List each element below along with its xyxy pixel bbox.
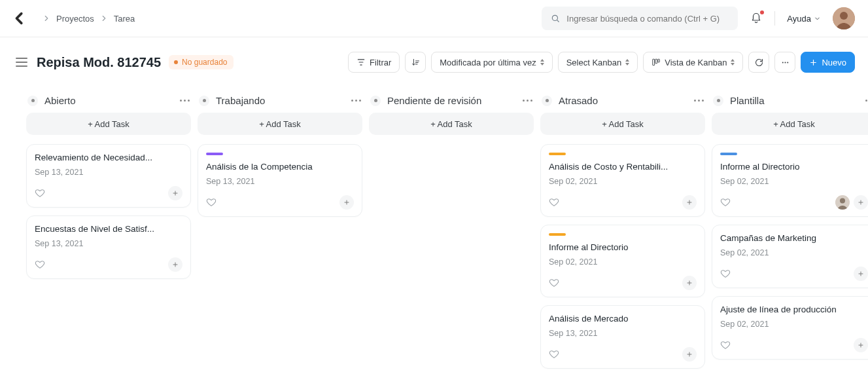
card-add-button[interactable] xyxy=(168,186,182,200)
column-menu-button[interactable] xyxy=(351,100,361,102)
column-menu-button[interactable] xyxy=(694,100,704,102)
refresh-button[interactable] xyxy=(748,52,769,73)
unsaved-indicator[interactable]: No guardado xyxy=(169,55,234,69)
task-card[interactable]: Análisis de MercadoSep 13, 2021 xyxy=(540,305,705,369)
heart-icon xyxy=(549,197,559,208)
like-button[interactable] xyxy=(549,197,559,208)
plus-icon xyxy=(686,350,693,358)
add-task-button[interactable]: + Add Task xyxy=(540,113,705,135)
filter-button[interactable]: Filtrar xyxy=(348,52,400,73)
view-label: Vista de Kanban xyxy=(665,58,727,67)
help-menu[interactable]: Ayuda xyxy=(787,14,821,24)
card-add-button[interactable] xyxy=(854,338,868,352)
select-kanban-label: Select Kanban xyxy=(566,58,622,67)
like-button[interactable] xyxy=(35,188,45,198)
page-title: Repisa Mod. 812745 xyxy=(37,55,161,70)
user-avatar[interactable] xyxy=(833,7,855,29)
sort-field-button[interactable]: Modificada por última vez xyxy=(431,52,552,73)
card-footer xyxy=(549,195,697,210)
updown-icon xyxy=(625,59,629,65)
app-logo[interactable] xyxy=(12,10,27,26)
card-title: Análisis de Costo y Rentabili... xyxy=(549,162,697,172)
column-title-wrap: Plantilla xyxy=(713,95,765,106)
card-title: Informe al Directorio xyxy=(720,162,868,172)
column-title: Abierto xyxy=(44,95,76,106)
like-button[interactable] xyxy=(549,349,559,360)
task-card[interactable]: Análisis de Costo y Rentabili...Sep 02, … xyxy=(540,144,705,217)
new-button[interactable]: Nuevo xyxy=(801,52,855,73)
unsaved-dot-icon xyxy=(174,60,178,64)
kanban-column: Plantilla+ Add TaskInforme al Directorio… xyxy=(712,92,868,372)
search-input[interactable] xyxy=(566,14,729,24)
task-card[interactable]: Informe al DirectorioSep 02, 2021 xyxy=(540,225,705,297)
breadcrumb-projects[interactable]: Proyectos xyxy=(56,14,94,24)
heart-icon xyxy=(549,278,559,288)
heart-icon xyxy=(549,349,559,360)
add-task-button[interactable]: + Add Task xyxy=(198,113,362,135)
card-footer xyxy=(720,267,868,281)
kanban-column: Trabajando+ Add TaskAnálisis de la Compe… xyxy=(198,92,362,372)
add-task-button[interactable]: + Add Task xyxy=(26,113,191,135)
card-footer xyxy=(35,186,182,200)
card-title: Campañas de Marketing xyxy=(720,233,868,243)
select-kanban-button[interactable]: Select Kanban xyxy=(558,52,638,73)
card-add-button[interactable] xyxy=(682,347,697,362)
add-task-button[interactable]: + Add Task xyxy=(712,113,868,135)
add-task-button[interactable]: + Add Task xyxy=(369,113,534,135)
card-date: Sep 13, 2021 xyxy=(549,329,697,338)
assignee-avatar[interactable] xyxy=(835,195,850,210)
like-button[interactable] xyxy=(720,340,731,350)
column-menu-button[interactable] xyxy=(180,100,190,102)
card-date: Sep 02, 2021 xyxy=(720,248,868,257)
like-button[interactable] xyxy=(720,269,731,279)
task-card[interactable]: Análisis de la CompetenciaSep 13, 2021 xyxy=(198,144,362,217)
card-add-button[interactable] xyxy=(854,195,868,210)
column-header: Trabajando xyxy=(198,92,362,113)
card-title: Análisis de Mercado xyxy=(549,314,697,324)
column-menu-button[interactable] xyxy=(523,100,532,102)
sort-direction-button[interactable] xyxy=(405,52,426,73)
svg-point-11 xyxy=(840,198,845,204)
heart-icon xyxy=(35,259,45,270)
view-button[interactable]: Vista de Kanban xyxy=(643,52,743,73)
breadcrumb: Proyectos Tarea xyxy=(37,14,135,24)
search-box[interactable] xyxy=(542,7,738,30)
status-dot-icon xyxy=(713,96,723,106)
task-card[interactable]: Encuestas de Nivel de Satisf...Sep 13, 2… xyxy=(26,215,191,279)
card-add-button[interactable] xyxy=(854,267,868,281)
task-card[interactable]: Informe al DirectorioSep 02, 2021 xyxy=(712,144,868,217)
card-add-button[interactable] xyxy=(682,195,697,210)
card-add-button[interactable] xyxy=(168,257,182,272)
column-menu-button[interactable] xyxy=(865,100,868,102)
like-button[interactable] xyxy=(720,197,731,208)
svg-rect-5 xyxy=(655,59,657,63)
column-title-wrap: Abierto xyxy=(27,95,76,106)
card-title: Encuestas de Nivel de Satisf... xyxy=(35,224,182,234)
card-add-button[interactable] xyxy=(682,276,697,290)
status-dot-icon xyxy=(199,96,209,106)
more-menu-button[interactable] xyxy=(774,52,795,73)
task-card[interactable]: Relevamiento de Necesidad...Sep 13, 2021 xyxy=(26,144,191,208)
card-title: Ajuste de línea de producción xyxy=(720,305,868,314)
chevron-right-icon xyxy=(99,14,109,23)
sidebar-toggle[interactable] xyxy=(16,58,27,67)
search-icon xyxy=(551,14,560,23)
notifications-button[interactable] xyxy=(750,12,763,25)
column-header: Pendiente de revisión xyxy=(369,92,534,113)
card-date: Sep 02, 2021 xyxy=(549,177,697,186)
like-button[interactable] xyxy=(206,197,217,208)
sort-field-label: Modificada por última vez xyxy=(440,58,536,67)
topbar: Proyectos Tarea Ayuda xyxy=(0,0,868,37)
card-date: Sep 02, 2021 xyxy=(720,177,868,186)
like-button[interactable] xyxy=(549,278,559,288)
bell-icon xyxy=(750,12,762,24)
task-card[interactable]: Campañas de MarketingSep 02, 2021 xyxy=(712,225,868,288)
heart-icon xyxy=(720,197,731,208)
plus-icon xyxy=(171,261,179,269)
plus-icon xyxy=(809,58,818,67)
card-add-button[interactable] xyxy=(339,195,354,210)
task-card[interactable]: Ajuste de línea de producciónSep 02, 202… xyxy=(712,296,868,360)
breadcrumb-task[interactable]: Tarea xyxy=(114,14,135,24)
heart-icon xyxy=(720,340,731,350)
like-button[interactable] xyxy=(35,259,45,270)
